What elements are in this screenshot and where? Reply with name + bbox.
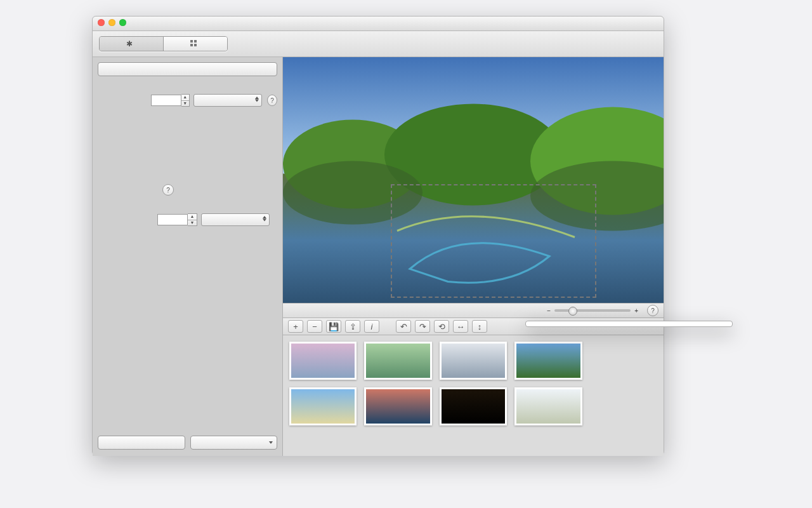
vertical-input[interactable] [157, 214, 188, 225]
thumbnail[interactable] [514, 342, 582, 380]
edge-offset-row: ? [98, 184, 277, 196]
zoom-out-icon[interactable]: − [547, 307, 551, 314]
thumbnail[interactable] [440, 387, 507, 425]
width-stepper[interactable]: ▲▼ [181, 94, 190, 107]
thumbnail[interactable] [289, 342, 357, 380]
anchor-grid [162, 124, 204, 166]
preview-info-bar: − + ? [283, 303, 664, 318]
rotate-right-button[interactable]: ↷ [415, 320, 430, 333]
flip-h-button[interactable]: ↔ [453, 320, 468, 333]
sidebar-tabs [98, 62, 277, 76]
main-panel: − + ? + − 💾 ⇪ i ↶ ↷ ⟲ ↔ [283, 57, 664, 456]
thumbnail-grid [283, 335, 664, 456]
thumbnail[interactable] [364, 387, 431, 425]
help-icon[interactable]: ? [647, 305, 658, 316]
minimize-icon[interactable] [108, 19, 115, 26]
help-icon[interactable]: ? [162, 184, 174, 196]
rotate-left-button[interactable]: ↶ [396, 320, 411, 333]
mode-toolbar [93, 31, 664, 57]
info-button[interactable]: i [364, 320, 379, 333]
mode-single[interactable] [100, 37, 164, 51]
zoom-control: − + ? [547, 305, 658, 316]
grid-icon [190, 40, 198, 48]
context-menu [525, 321, 733, 327]
gear-icon [126, 40, 134, 48]
flip-v-button[interactable]: ↕ [472, 320, 487, 333]
titlebar [93, 17, 664, 31]
mode-toggle [99, 36, 228, 51]
width-row: ▲▼ ? [98, 94, 277, 107]
thumbnail[interactable] [364, 342, 431, 380]
anchor-row [98, 124, 277, 166]
width-unit-popup[interactable] [193, 94, 262, 107]
save-as-preset-button[interactable] [98, 436, 185, 450]
help-icon[interactable]: ? [267, 95, 277, 106]
zoom-icon[interactable] [119, 19, 126, 26]
zoom-slider[interactable] [554, 309, 631, 312]
zoom-knob[interactable] [568, 307, 577, 316]
export-button[interactable]: ⇪ [345, 320, 360, 333]
add-button[interactable]: + [288, 320, 303, 333]
save-button[interactable]: 💾 [326, 320, 341, 333]
zoom-in-icon[interactable]: + [634, 307, 638, 314]
thumbnail[interactable] [440, 342, 507, 380]
vertical-unit-popup[interactable] [201, 213, 270, 226]
preview-area[interactable] [283, 57, 664, 303]
width-input[interactable] [151, 95, 181, 106]
close-icon[interactable] [98, 19, 105, 26]
thumbnail[interactable] [514, 387, 582, 425]
app-window: ▲▼ ? ? ▲▼ [92, 16, 664, 455]
sidebar: ▲▼ ? ? ▲▼ [93, 57, 283, 456]
window-controls [98, 19, 126, 26]
rotate-180-button[interactable]: ⟲ [434, 320, 449, 333]
thumbnail[interactable] [289, 387, 357, 425]
vertical-row: ▲▼ [98, 213, 277, 226]
vertical-stepper[interactable]: ▲▼ [188, 213, 197, 226]
load-from-preset-button[interactable] [190, 436, 278, 450]
remove-button[interactable]: − [307, 320, 322, 333]
selection-box[interactable] [391, 184, 596, 298]
mode-presets[interactable] [164, 37, 227, 51]
